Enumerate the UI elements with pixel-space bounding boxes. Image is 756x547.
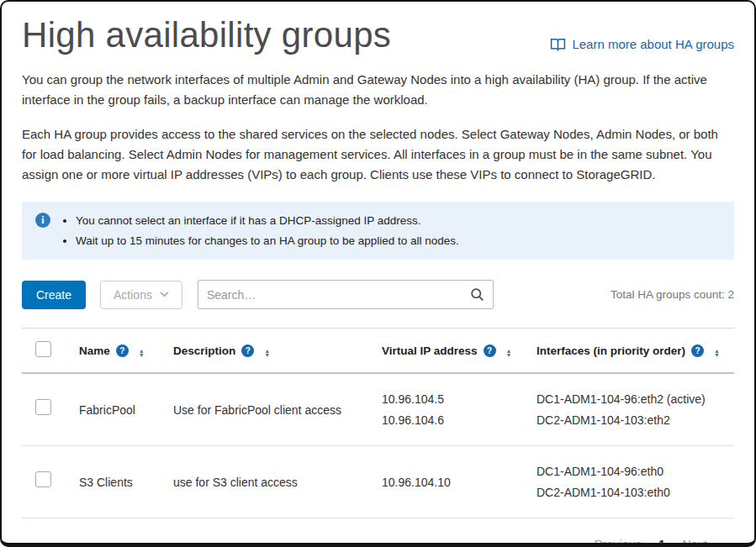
row-checkbox[interactable] [35,471,51,487]
actions-label: Actions [114,288,152,302]
chevron-down-icon [160,292,169,297]
vip-address: 10.96.104.10 [382,472,523,493]
pagination: ← Previous 1 Next → [22,537,734,547]
column-header-name: Name [79,345,110,357]
help-icon[interactable]: ? [691,345,704,357]
sort-icon[interactable]: ▲▼ [714,349,720,357]
toolbar: Create Actions Total HA groups count: 2 [22,280,734,309]
info-bullet: Wait up to 15 minutes for changes to an … [76,231,459,251]
total-count-label: Total HA groups count: 2 [611,288,734,301]
search-icon[interactable] [470,287,484,302]
page-header: High availability groups Learn more abou… [22,15,734,55]
info-banner: i You cannot select an interface if it h… [22,202,734,260]
sort-icon[interactable]: ▲▼ [506,349,512,357]
learn-more-link[interactable]: Learn more about HA groups [550,37,734,51]
ha-groups-table: Name?▲▼ Description?▲▼ Virtual IP addres… [22,328,734,518]
select-all-checkbox[interactable] [35,341,51,357]
row-checkbox[interactable] [35,399,51,415]
interface-entry: DC2-ADM1-104-103:eth2 [537,410,727,431]
help-icon[interactable]: ? [116,345,129,357]
cell-name: S3 Clients [72,446,167,518]
sort-icon[interactable]: ▲▼ [139,349,145,357]
info-icon: i [35,213,50,228]
next-label: Next [682,538,707,547]
actions-dropdown-button[interactable]: Actions [100,281,182,309]
previous-label: Previous [595,538,642,547]
interface-entry: DC1-ADM1-104-96:eth0 [537,461,727,482]
page-frame: High availability groups Learn more abou… [0,0,756,547]
cell-description: use for S3 client access [167,446,375,518]
vip-address: 10.96.104.5 [382,389,523,410]
cell-vip: 10.96.104.5 10.96.104.6 [375,373,530,446]
intro-paragraph-2: Each HA group provides access to the sha… [22,124,734,185]
table-row: FabricPool Use for FabricPool client acc… [22,373,734,446]
column-header-description: Description [173,345,235,357]
previous-page-button[interactable]: ← Previous [573,537,642,547]
sort-icon[interactable]: ▲▼ [264,349,270,357]
search-input[interactable] [207,288,470,302]
help-icon[interactable]: ? [241,345,254,357]
intro-paragraph-1: You can group the network interfaces of … [22,70,734,110]
page-number[interactable]: 1 [658,538,665,547]
interface-entry: DC2-ADM1-104-103:eth0 [537,482,727,503]
search-box [198,280,494,309]
table-header-row: Name?▲▼ Description?▲▼ Virtual IP addres… [22,329,734,374]
cell-name: FabricPool [72,373,167,446]
cell-vip: 10.96.104.10 [375,446,530,518]
cell-description: Use for FabricPool client access [167,373,375,446]
cell-interfaces: DC1-ADM1-104-96:eth0 DC2-ADM1-104-103:et… [530,446,734,518]
interface-entry: DC1-ADM1-104-96:eth2 (active) [537,389,727,410]
page-title: High availability groups [22,15,391,55]
vip-address: 10.96.104.6 [382,410,523,431]
next-page-button[interactable]: Next → [682,537,729,547]
book-icon [550,38,566,51]
arrow-left-icon: ← [573,537,588,547]
info-bullet-list: You cannot select an interface if it has… [76,211,459,250]
cell-interfaces: DC1-ADM1-104-96:eth2 (active) DC2-ADM1-1… [530,373,734,446]
learn-more-label: Learn more about HA groups [572,37,734,51]
column-header-interfaces: Interfaces (in priority order) [537,345,685,357]
help-icon[interactable]: ? [484,345,496,357]
info-bullet: You cannot select an interface if it has… [76,211,459,231]
table-row: S3 Clients use for S3 client access 10.9… [22,446,734,518]
arrow-right-icon: → [714,537,729,547]
create-button[interactable]: Create [22,281,86,309]
column-header-vip: Virtual IP address [382,345,478,357]
